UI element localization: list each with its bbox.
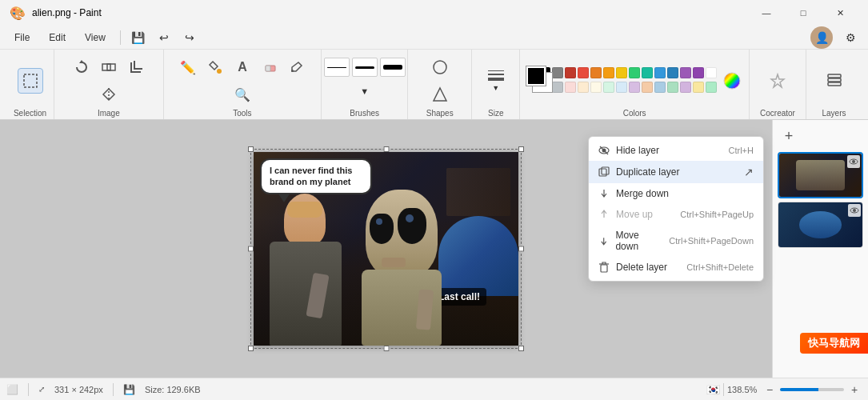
ctx-merge-label: Merge down	[616, 188, 669, 199]
handle-mr[interactable]	[518, 246, 524, 252]
color-swatch[interactable]	[552, 82, 563, 93]
color-row-2	[539, 82, 717, 93]
handle-tr[interactable]	[518, 146, 524, 152]
tools-label: Tools	[233, 109, 251, 118]
layer-item-2[interactable]	[778, 202, 863, 248]
layers-btn[interactable]	[822, 68, 847, 94]
color-swatch[interactable]	[590, 67, 602, 78]
handle-bl[interactable]	[248, 346, 254, 351]
hide-icon	[598, 145, 610, 156]
handle-tm[interactable]	[383, 146, 389, 152]
size-dropdown-btn[interactable]: ▼	[477, 68, 515, 94]
alien-eye-r	[398, 208, 426, 244]
triangle-btn[interactable]	[427, 82, 453, 107]
ribbon-section-colors: Colors	[520, 50, 750, 119]
undo-button[interactable]: ↩	[153, 28, 175, 47]
color-swatch[interactable]	[565, 67, 576, 78]
ribbon-section-size: ▼ Size	[472, 50, 520, 119]
color-swatch[interactable]	[667, 82, 678, 93]
add-layer-btn[interactable]: +	[778, 125, 800, 147]
maximize-button[interactable]: □	[785, 0, 822, 26]
zoom-slider[interactable]	[780, 388, 844, 391]
color-swatch[interactable]	[693, 67, 704, 78]
crop-btn[interactable]	[123, 54, 149, 80]
move-up-icon	[598, 209, 610, 220]
eyedropper-btn[interactable]	[284, 54, 310, 80]
flip-btn[interactable]	[96, 82, 122, 107]
user-avatar[interactable]: 👤	[810, 26, 833, 49]
region-icon: 🇰🇷	[706, 383, 720, 396]
settings-button[interactable]: ⚙	[839, 28, 862, 47]
color-swatch[interactable]	[642, 67, 653, 78]
color-swatch[interactable]	[552, 67, 563, 78]
handle-ml[interactable]	[248, 246, 254, 252]
pencil-btn[interactable]: ✏️	[175, 54, 201, 80]
ctx-delete-layer[interactable]: Delete layer Ctrl+Shift+Delete	[589, 257, 763, 278]
alien-eye-l	[370, 214, 394, 244]
brush-thin[interactable]	[324, 58, 350, 77]
layers-label: Layers	[822, 109, 846, 118]
brush-medium[interactable]	[352, 58, 378, 77]
color-swatch[interactable]	[629, 67, 640, 78]
layer-eye-1[interactable]	[847, 155, 860, 168]
close-button[interactable]: ✕	[822, 0, 858, 26]
handle-br[interactable]	[518, 346, 524, 351]
brush-thick[interactable]	[380, 58, 406, 77]
color-swatch[interactable]	[629, 82, 640, 93]
layer-item-1[interactable]	[778, 152, 863, 198]
color-swatch[interactable]	[578, 67, 589, 78]
color-swatch[interactable]	[654, 82, 666, 93]
size-label: Size	[488, 109, 503, 118]
save-button[interactable]: 💾	[127, 28, 150, 47]
svg-marker-12	[771, 74, 784, 87]
layer-eye-2[interactable]	[848, 204, 861, 217]
ribbon-section-layers: Layers	[806, 50, 862, 119]
color-swatch[interactable]	[654, 67, 666, 78]
color-swatch[interactable]	[680, 82, 691, 93]
zoom-in-btn[interactable]: +	[847, 382, 862, 397]
shelves	[446, 168, 510, 216]
ctx-duplicate-layer[interactable]: Duplicate layer ↗	[589, 161, 763, 183]
zoom-out-btn[interactable]: −	[762, 382, 777, 397]
color-swatch[interactable]	[616, 82, 627, 93]
color-swatch[interactable]	[616, 67, 627, 78]
color-swatch[interactable]	[706, 67, 717, 78]
selection-rect-btn[interactable]	[18, 68, 43, 94]
color-swatch[interactable]	[693, 82, 704, 93]
color-swatch[interactable]	[578, 82, 589, 93]
text-btn[interactable]: A	[230, 54, 255, 80]
menu-edit[interactable]: Edit	[41, 29, 74, 46]
context-menu: Hide layer Ctrl+H Duplicate layer ↗ Merg…	[588, 136, 764, 282]
rotate-btn[interactable]	[69, 54, 94, 80]
ellipse-btn[interactable]	[427, 54, 453, 80]
human-hair	[287, 202, 322, 218]
menu-file[interactable]: File	[6, 29, 38, 46]
color-swatch[interactable]	[680, 67, 691, 78]
ctx-hide-layer[interactable]: Hide layer Ctrl+H	[589, 140, 763, 161]
color-swatch[interactable]	[706, 82, 717, 93]
color-picker-btn[interactable]	[722, 68, 742, 94]
image-label: Image	[98, 109, 120, 118]
bucket-btn[interactable]	[202, 54, 228, 80]
ctx-merge-down[interactable]: Merge down	[589, 183, 763, 204]
foreground-color-swatch[interactable]	[526, 66, 546, 86]
handle-tl[interactable]	[248, 146, 254, 152]
handle-bm[interactable]	[383, 346, 389, 351]
brushes-dropdown-btn[interactable]: ▼	[324, 78, 406, 104]
delete-icon	[598, 262, 610, 273]
ribbon-section-image: Image	[54, 50, 164, 119]
zoom-tool-btn[interactable]: 🔍	[230, 82, 255, 107]
color-swatch[interactable]	[590, 82, 602, 93]
color-swatch[interactable]	[667, 67, 678, 78]
menu-view[interactable]: View	[77, 29, 114, 46]
color-swatch[interactable]	[603, 67, 614, 78]
resize-btn[interactable]	[96, 54, 122, 80]
color-swatch[interactable]	[565, 82, 576, 93]
color-swatch[interactable]	[642, 82, 653, 93]
ctx-move-down[interactable]: Move down Ctrl+Shift+PageDown	[589, 225, 763, 257]
minimize-button[interactable]: —	[748, 0, 785, 26]
eraser-btn[interactable]	[257, 54, 282, 80]
redo-button[interactable]: ↪	[178, 28, 201, 47]
cocreator-btn[interactable]	[765, 68, 790, 94]
color-swatch[interactable]	[603, 82, 614, 93]
